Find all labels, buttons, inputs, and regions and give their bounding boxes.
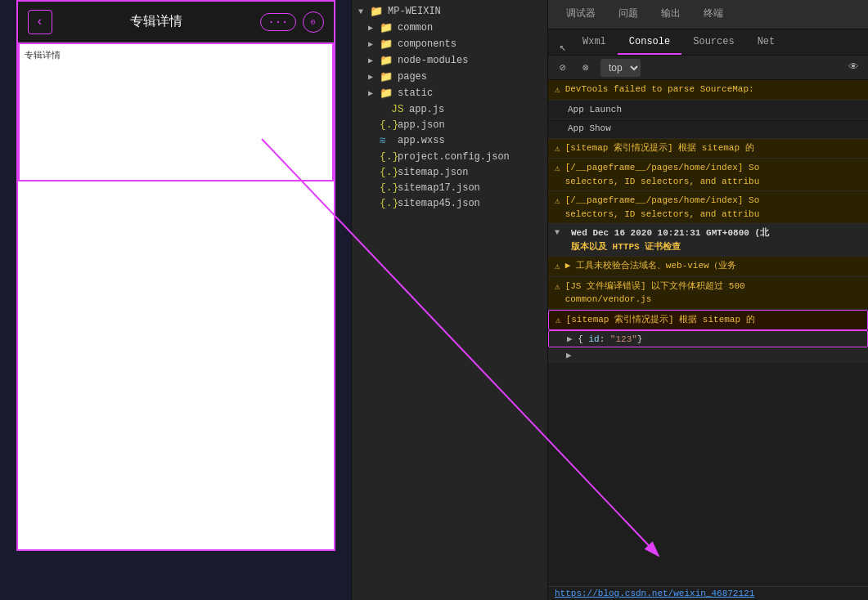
- tree-item-common[interactable]: ▶ 📁 common: [352, 20, 547, 36]
- subtab-wxml[interactable]: Wxml: [571, 29, 618, 55]
- console-content: ⚠ DevTools failed to parse SourceMap: Ap…: [548, 80, 868, 586]
- tree-item-app-json[interactable]: {.} app.json: [352, 117, 547, 132]
- json-icon-sitemap: {.}: [380, 166, 394, 178]
- json-icon-sitemap17: {.}: [380, 181, 394, 194]
- subtab-console[interactable]: Console: [618, 29, 681, 55]
- tree-label-sitemap45: sitemap45.json: [398, 198, 480, 209]
- devtools-main-tabs: 调试器 问题 输出 终端: [548, 0, 868, 29]
- tree-item-sitemap[interactable]: {.} sitemap.json: [352, 164, 547, 180]
- tree-label-app-js: app.js: [409, 104, 444, 115]
- folder-icon-components: 📁: [380, 38, 394, 51]
- stop-icon[interactable]: ⊗: [578, 60, 594, 76]
- filter-icon[interactable]: ⊘: [555, 60, 571, 76]
- chevron-icon-components: ▶: [368, 39, 380, 49]
- tree-root-label: MP-WEIXIN: [388, 6, 441, 17]
- tree-label-project-config: project.config.json: [398, 151, 510, 163]
- folder-icon-pages: 📁: [380, 70, 394, 83]
- file-tree-panel: ▼ 📁 MP-WEIXIN ▶ 📁 common ▶ 📁 components …: [352, 0, 548, 600]
- subtab-network[interactable]: Net: [746, 29, 787, 55]
- json-icon-sitemap45: {.}: [380, 197, 394, 209]
- footer-url[interactable]: https://blog.csdn.net/weixin_46872121: [555, 589, 754, 598]
- console-text-0: DevTools failed to parse SourceMap:: [565, 83, 754, 96]
- phone-record-button[interactable]: ⊙: [303, 11, 324, 33]
- console-text-3: [sitemap 索引情况提示] 根据 sitemap 的: [565, 141, 754, 155]
- console-msg-app-show: App Show: [548, 119, 868, 139]
- console-text-date: Wed Dec 16 2020 10:21:31 GMT+0800 (北版本以及…: [571, 226, 769, 253]
- context-select[interactable]: top: [600, 59, 641, 77]
- warning-icon-3: ⚠: [555, 142, 560, 156]
- console-msg-sitemap-highlight: ⚠ [sitemap 索引情况提示] 根据 sitemap 的: [548, 310, 868, 331]
- tree-item-components[interactable]: ▶ 📁 components: [352, 36, 547, 52]
- console-text-8: [sitemap 索引情况提示] 根据 sitemap 的: [566, 313, 755, 327]
- tree-item-sitemap45[interactable]: {.} sitemap45.json: [352, 195, 547, 211]
- phone-panel: ‹ 专辑详情 ··· ⊙ 专辑详情: [0, 0, 352, 600]
- tree-label-common: common: [398, 22, 433, 34]
- tree-label-app-json: app.json: [398, 119, 445, 131]
- tree-root: ▼ 📁 MP-WEIXIN: [352, 3, 547, 20]
- console-text-6: ▶ 工具未校验合法域名、web-view（业务: [565, 259, 736, 273]
- tree-label-app-wxss: app.wxss: [398, 135, 445, 146]
- tree-label-node-modules: node-modules: [398, 55, 468, 66]
- phone-simulator: ‹ 专辑详情 ··· ⊙ 专辑详情: [16, 0, 335, 551]
- console-msg-pageframe-2: ⚠ [/__pageframe__/pages/home/index] Sose…: [548, 191, 868, 224]
- console-json-output: ▶ { id: "123"}: [548, 330, 868, 347]
- console-msg-devtools-fail: ⚠ DevTools failed to parse SourceMap:: [548, 80, 868, 101]
- expand-arrow-date[interactable]: ▼: [555, 226, 566, 239]
- phone-subtitle: 专辑详情: [25, 49, 61, 61]
- tree-label-components: components: [398, 38, 456, 50]
- tree-item-project-config[interactable]: {.} project.config.json: [352, 149, 547, 164]
- console-msg-pageframe-1: ⚠ [/__pageframe__/pages/home/index] Sose…: [548, 159, 868, 191]
- tree-item-node-modules[interactable]: ▶ 📁 node-modules: [352, 52, 547, 69]
- wxss-icon-app: ≋: [380, 134, 394, 147]
- tree-item-pages[interactable]: ▶ 📁 pages: [352, 69, 547, 85]
- tab-debugger[interactable]: 调试器: [555, 0, 607, 29]
- phone-back-button[interactable]: ‹: [28, 10, 52, 34]
- console-text-4: [/__pageframe__/pages/home/index] Sosele…: [565, 161, 760, 188]
- phone-title: 专辑详情: [130, 13, 182, 30]
- chevron-icon-node-modules: ▶: [368, 56, 380, 65]
- console-msg-domain: ⚠ ▶ 工具未校验合法域名、web-view（业务: [548, 257, 868, 277]
- main-layout: ‹ 专辑详情 ··· ⊙ 专辑详情 ▼ 📁 MP-WEIXIN ▶ 📁 comm…: [0, 0, 868, 600]
- eye-icon[interactable]: 👁: [845, 60, 861, 76]
- phone-dots-button[interactable]: ···: [260, 13, 295, 31]
- console-footer: https://blog.csdn.net/weixin_46872121: [548, 586, 868, 600]
- phone-controls: ··· ⊙: [260, 11, 323, 33]
- chevron-icon-static: ▶: [368, 88, 380, 98]
- tree-label-sitemap17: sitemap17.json: [398, 182, 480, 194]
- console-msg-date: ▼ Wed Dec 16 2020 10:21:31 GMT+0800 (北版本…: [548, 224, 868, 257]
- console-msg-js-error: ⚠ [JS 文件编译错误] 以下文件体积超过 500common/vendor.…: [548, 277, 868, 310]
- tab-output[interactable]: 输出: [650, 0, 692, 29]
- tree-label-sitemap: sitemap.json: [398, 167, 468, 178]
- warning-icon-5: ⚠: [555, 195, 560, 208]
- tree-item-static[interactable]: ▶ 📁 static: [352, 85, 547, 101]
- subtab-sources[interactable]: Sources: [681, 29, 745, 55]
- chevron-icon-pages: ▶: [368, 72, 380, 82]
- folder-icon-common: 📁: [380, 21, 394, 34]
- tree-label-pages: pages: [398, 71, 427, 83]
- warning-icon-6: ⚠: [555, 260, 560, 274]
- expand-icon-continuation[interactable]: ▶: [566, 351, 572, 360]
- devtools-sub-tabs: ↖ Wxml Console Sources Net: [548, 29, 868, 56]
- console-text-2: App Show: [555, 122, 611, 136]
- console-toolbar: ⊘ ⊗ top 👁: [548, 56, 868, 80]
- warning-icon-7: ⚠: [555, 280, 560, 294]
- cursor-icon[interactable]: ↖: [555, 38, 571, 55]
- expand-icon-json[interactable]: ▶: [567, 334, 573, 344]
- json-value: "123": [610, 334, 637, 344]
- console-msg-sitemap-1: ⚠ [sitemap 索引情况提示] 根据 sitemap 的: [548, 139, 868, 159]
- tree-arrow-root: ▼: [358, 7, 370, 16]
- js-icon-app: JS: [391, 103, 406, 115]
- phone-content: 专辑详情: [18, 43, 334, 549]
- warning-icon-0: ⚠: [555, 83, 560, 97]
- tab-issues[interactable]: 问题: [607, 0, 650, 29]
- chevron-icon-common: ▶: [368, 23, 380, 33]
- warning-icon-4: ⚠: [555, 162, 560, 176]
- tree-label-static: static: [398, 87, 433, 99]
- json-icon-project-config: {.}: [380, 150, 394, 163]
- tree-item-app-wxss[interactable]: ≋ app.wxss: [352, 132, 547, 149]
- console-json-continuation: ▶: [548, 347, 868, 363]
- warning-icon-8: ⚠: [555, 314, 561, 328]
- tree-item-sitemap17[interactable]: {.} sitemap17.json: [352, 180, 547, 195]
- tab-terminal[interactable]: 终端: [692, 0, 735, 29]
- tree-item-app-js[interactable]: JS app.js: [352, 101, 547, 117]
